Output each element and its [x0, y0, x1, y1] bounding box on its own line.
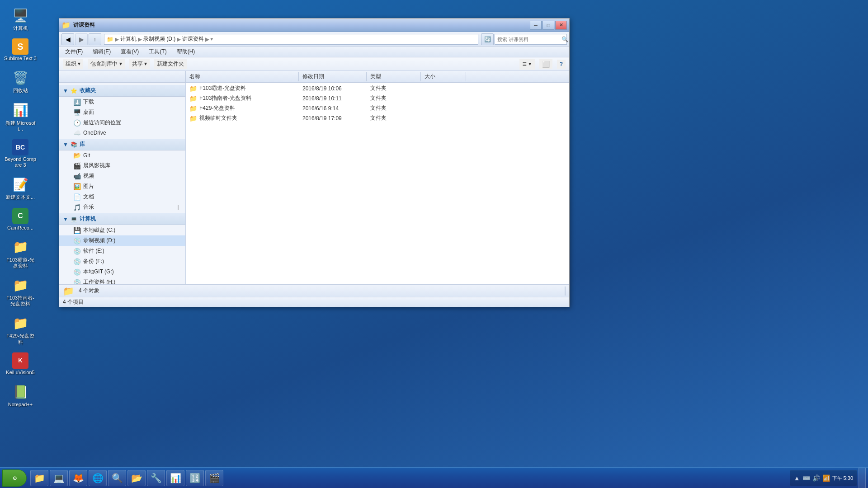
file-row-3[interactable]: 📁 F429-光盘资料 2016/6/16 9:14 文件夹 — [186, 103, 569, 113]
drive-h-icon: 💿 — [73, 279, 81, 285]
file-row-4[interactable]: 📁 视频临时文件夹 2016/8/19 17:09 文件夹 — [186, 113, 569, 123]
system-clock[interactable]: 下午 5:30 — [832, 475, 853, 482]
music-lib-label: 音乐 — [83, 203, 94, 211]
drive-e-label: 软件 (E:) — [83, 247, 104, 255]
f103-2-label: F103指南者-光盘资料 — [4, 295, 37, 307]
show-desktop-button[interactable] — [859, 468, 866, 488]
sidebar-item-doc[interactable]: 📄 文档 — [59, 192, 185, 202]
taskbar-firefox-button[interactable]: 🦊 — [69, 470, 87, 486]
drive-h-label: 工作资料 (H:) — [83, 278, 115, 284]
sidebar-item-drive-d[interactable]: 💿 录制视频 (D:) — [59, 235, 185, 246]
desktop-icon-keil[interactable]: K Keil uVision5 — [2, 351, 38, 377]
close-button[interactable]: ✕ — [555, 21, 567, 30]
address-bar[interactable]: 📁 ▶ 计算机 ▶ 录制视频 (D:) ▶ 讲课资料 ▶ ▼ — [104, 34, 478, 45]
sidebar-item-drive-h[interactable]: 💿 工作资料 (H:) — [59, 277, 185, 284]
breadcrumb-part1[interactable]: 计算机 — [120, 35, 137, 43]
sidebar-item-recent[interactable]: 🕐 最近访问的位置 — [59, 117, 185, 128]
main-content: ▼ ⭐ 收藏夹 ⬇️ 下载 🖥️ 桌面 🕐 最近访问的位置 — [59, 83, 569, 284]
drive-g-icon: 💿 — [73, 268, 81, 276]
music-lib-icon: 🎵 — [73, 204, 81, 211]
sidebar-item-xufeng-video[interactable]: 🎬 晨风影视库 — [59, 160, 185, 171]
share-button[interactable]: 共享 ▾ — [129, 59, 150, 69]
file-row-2[interactable]: 📁 F103指南者-光盘资料 2016/8/19 10:11 文件夹 — [186, 94, 569, 103]
sidebar-spacer-header — [59, 71, 186, 82]
search-input[interactable] — [497, 37, 560, 42]
taskbar-excel-button[interactable]: 📊 — [166, 470, 184, 486]
menu-edit[interactable]: 编辑(E) — [90, 47, 113, 56]
start-button[interactable]: ⊙ — [2, 469, 27, 487]
desktop-icon-notepad[interactable]: 📗 Notepad++ — [2, 381, 38, 409]
desktop-icon-f103-1[interactable]: 📁 F103霸道-光盘资料 — [2, 236, 38, 271]
sidebar-item-video-lib[interactable]: 📹 视频 — [59, 171, 185, 181]
search-box[interactable]: 🔍 — [495, 34, 567, 45]
help-button[interactable]: ? — [557, 60, 566, 69]
sidebar-item-git[interactable]: 📂 Git — [59, 150, 185, 160]
new-folder-button[interactable]: 新建文件夹 — [154, 59, 187, 69]
desktop-icon-recycle[interactable]: 🗑️ 回收站 — [2, 67, 38, 95]
taskbar-chrome-button[interactable]: 🌐 — [89, 470, 107, 486]
action-bar: 组织 ▾ 包含到库中 ▾ 共享 ▾ 新建文件夹 ≡ ▼ ⬜ ? — [59, 57, 569, 71]
menu-tools[interactable]: 工具(T) — [146, 47, 169, 56]
forward-button[interactable]: ▶ — [75, 33, 88, 45]
file-row-1[interactable]: 📁 F103霸道-光盘资料 2016/8/19 10:06 文件夹 — [186, 84, 569, 94]
column-header-name[interactable]: 名称 — [186, 72, 299, 81]
file-list: 📁 F103霸道-光盘资料 2016/8/19 10:06 文件夹 📁 F103… — [186, 83, 569, 284]
desktop-icon-beyond-compare[interactable]: BC Beyond Compare 3 — [2, 137, 38, 170]
view-toggle-button[interactable]: ≡ ▼ — [519, 59, 534, 70]
sidebar-item-drive-g[interactable]: 💿 本地GIT (G:) — [59, 267, 185, 277]
taskbar-explorer-button[interactable]: 📁 — [30, 470, 48, 486]
breadcrumb-part3[interactable]: 讲课资料 — [182, 35, 204, 43]
sidebar-item-drive-f[interactable]: 💿 备份 (F:) — [59, 256, 185, 267]
minimize-button[interactable]: ─ — [530, 21, 542, 30]
sidebar-computer-header[interactable]: ▼ 💻 计算机 — [59, 213, 185, 225]
sidebar-item-drive-c[interactable]: 💾 本地磁盘 (C:) — [59, 225, 185, 235]
new-text-icon: 📝 — [11, 175, 29, 193]
sidebar-item-drive-e[interactable]: 💿 软件 (E:) — [59, 246, 185, 256]
desktop-icon-sublime[interactable]: S Sublime Text 3 — [2, 37, 38, 63]
tray-expand-icon[interactable]: ▲ — [794, 474, 800, 482]
breadcrumb-computer[interactable]: 📁 — [107, 36, 113, 42]
tray-volume-icon[interactable]: 🔊 — [812, 474, 820, 482]
folder-icon-4: 📁 — [189, 115, 197, 122]
taskbar-calc-button[interactable]: 🔢 — [186, 470, 204, 486]
column-header-type[interactable]: 类型 — [367, 72, 421, 81]
sidebar-item-onedrive[interactable]: ☁️ OneDrive — [59, 128, 185, 138]
menu-view[interactable]: 查看(V) — [118, 47, 141, 56]
desktop-icon-f429[interactable]: 📁 F429-光盘资料 — [2, 312, 38, 347]
maximize-button[interactable]: □ — [542, 21, 554, 30]
sidebar-libraries-header[interactable]: ▼ 📚 库 — [59, 139, 185, 150]
taskbar-terminal-button[interactable]: 💻 — [50, 470, 68, 486]
sidebar-item-image[interactable]: 🖼️ 图片 — [59, 181, 185, 192]
sidebar-item-downloads[interactable]: ⬇️ 下载 — [59, 97, 185, 107]
up-button[interactable]: ↑ — [89, 33, 101, 45]
column-header-date[interactable]: 修改日期 — [299, 72, 367, 81]
breadcrumb-part2[interactable]: 录制视频 (D:) — [143, 35, 175, 43]
column-header-size[interactable]: 大小 — [421, 72, 466, 81]
sidebar-item-music[interactable]: 🎵 音乐 ║ — [59, 202, 185, 212]
desktop-icon-my-computer[interactable]: 🖥️ 计算机 — [2, 5, 38, 33]
tray-network-icon[interactable]: 📶 — [822, 474, 830, 482]
desktop-icon-excel[interactable]: 📊 新建 Microsoft... — [2, 99, 38, 134]
view-pane-button[interactable]: ⬜ — [539, 59, 552, 69]
include-library-button[interactable]: 包含到库中 ▾ — [88, 59, 124, 69]
taskbar-unknown-button[interactable]: 🔧 — [147, 470, 165, 486]
refresh-button[interactable]: 🔄 — [481, 33, 494, 45]
desktop-icon-newtext[interactable]: 📝 新建文本文... — [2, 174, 38, 202]
organize-button[interactable]: 组织 ▾ — [63, 59, 83, 69]
address-dropdown-button[interactable]: ▼ — [209, 37, 214, 42]
computer-collapse-icon: ▼ — [63, 216, 68, 222]
drive-g-label: 本地GIT (G:) — [83, 268, 114, 276]
taskbar-folder2-button[interactable]: 📂 — [127, 470, 146, 486]
xufeng-video-icon: 🎬 — [73, 162, 81, 169]
menu-help[interactable]: 帮助(H) — [175, 47, 198, 56]
menu-file[interactable]: 文件(F) — [63, 47, 85, 56]
taskbar-camtasia-button[interactable]: 🎬 — [205, 470, 223, 486]
taskbar-search-button[interactable]: 🔍 — [108, 470, 126, 486]
sidebar-item-desktop[interactable]: 🖥️ 桌面 — [59, 107, 185, 117]
desktop-icon-f103-2[interactable]: 📁 F103指南者-光盘资料 — [2, 274, 38, 309]
sidebar-favorites-header[interactable]: ▼ ⭐ 收藏夹 — [59, 85, 185, 97]
desktop-icon-camrec[interactable]: C CamReco... — [2, 206, 38, 233]
onedrive-label: OneDrive — [83, 130, 106, 136]
back-button[interactable]: ◀ — [61, 33, 74, 45]
file-date-4: 2016/8/19 17:09 — [302, 115, 370, 122]
